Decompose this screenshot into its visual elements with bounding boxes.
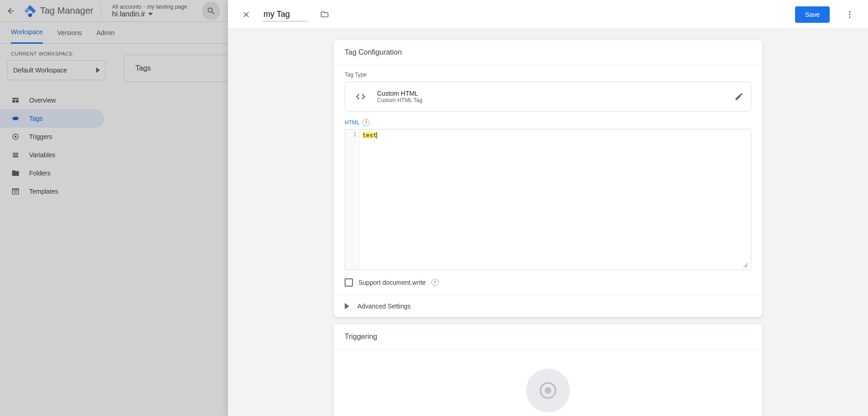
tag-editor-panel: Save Tag Configuration Tag Type Custom H… bbox=[228, 0, 868, 416]
folder-button[interactable] bbox=[315, 5, 334, 24]
save-button[interactable]: Save bbox=[795, 6, 830, 23]
tagtype-name: Custom HTML bbox=[377, 90, 422, 97]
triggering-section: Triggering bbox=[334, 324, 762, 416]
section-title: Tag Configuration bbox=[334, 40, 762, 65]
help-dw-button[interactable]: ? bbox=[431, 279, 439, 286]
advanced-settings-toggle[interactable]: Advanced Settings bbox=[334, 295, 762, 317]
code-editor[interactable]: 1 test bbox=[345, 129, 751, 270]
more-vert-icon bbox=[845, 10, 854, 19]
tagtype-desc: Custom HTML Tag bbox=[377, 97, 422, 103]
cursor bbox=[377, 132, 377, 139]
svg-point-5 bbox=[849, 16, 850, 18]
folder-outline-icon bbox=[320, 10, 329, 19]
code-line-1: test bbox=[362, 132, 377, 139]
triggering-title: Triggering bbox=[334, 324, 762, 349]
tag-config-section: Tag Configuration Tag Type Custom HTML C… bbox=[334, 40, 762, 317]
svg-point-3 bbox=[849, 11, 850, 12]
close-icon bbox=[242, 10, 251, 19]
tagtype-label: Tag Type bbox=[334, 65, 762, 82]
more-button[interactable] bbox=[841, 5, 859, 24]
chevron-right-icon bbox=[345, 303, 349, 309]
tagtype-selector[interactable]: Custom HTML Custom HTML Tag bbox=[345, 82, 751, 112]
panel-header: Save bbox=[228, 0, 868, 29]
pencil-icon bbox=[734, 92, 744, 101]
tag-name-input[interactable] bbox=[263, 8, 308, 21]
edit-tagtype-button[interactable] bbox=[734, 92, 744, 101]
resize-icon bbox=[742, 262, 748, 268]
close-button[interactable] bbox=[237, 5, 255, 24]
add-trigger-button[interactable] bbox=[526, 369, 570, 412]
svg-point-4 bbox=[849, 14, 850, 15]
support-dw-checkbox[interactable] bbox=[345, 278, 353, 287]
line-gutter: 1 bbox=[345, 129, 360, 270]
trigger-empty-icon bbox=[538, 380, 558, 401]
support-dw-row: Support document.write ? bbox=[334, 278, 762, 295]
resize-handle[interactable] bbox=[742, 262, 748, 268]
panel-body: Tag Configuration Tag Type Custom HTML C… bbox=[228, 29, 868, 416]
help-html-button[interactable]: ? bbox=[362, 119, 370, 126]
svg-point-7 bbox=[545, 387, 552, 394]
code-area[interactable]: test bbox=[360, 129, 751, 270]
code-icon bbox=[352, 88, 369, 105]
html-label: HTML bbox=[345, 119, 360, 126]
support-dw-label: Support document.write bbox=[358, 279, 426, 286]
advanced-label: Advanced Settings bbox=[357, 303, 411, 310]
